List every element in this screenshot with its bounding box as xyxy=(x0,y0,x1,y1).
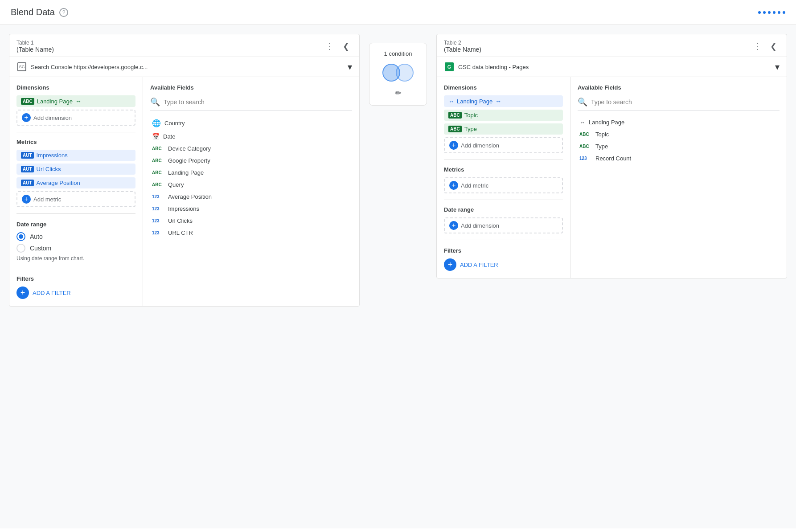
add-metric-label: Add metric xyxy=(33,196,61,203)
table1-datasource-row[interactable]: SC Search Console https://developers.goo… xyxy=(9,57,359,77)
table1-search-input[interactable] xyxy=(164,98,352,106)
table1-metric-impressions[interactable]: AUT Impressions xyxy=(16,150,135,161)
radio-auto[interactable]: Auto xyxy=(16,232,135,241)
add-filter-label: ADD A FILTER xyxy=(33,290,71,296)
field-record-count-t2[interactable]: 123 Record Count xyxy=(578,152,780,164)
dimension-label: Landing Page xyxy=(37,98,73,105)
num-type: 123 xyxy=(152,230,164,235)
aut-tag: AUT xyxy=(21,166,34,172)
table2-add-metric-button[interactable]: + Add metric xyxy=(444,177,563,193)
table2-dimension-topic[interactable]: ABC Topic xyxy=(444,110,563,121)
field-device-category[interactable]: ABC Device Category xyxy=(150,143,352,155)
join-panel: 1 condition ✏ xyxy=(367,34,429,106)
dot-4 xyxy=(773,11,775,14)
table2-add-filter-button[interactable]: + ADD A FILTER xyxy=(444,258,563,271)
num-type: 123 xyxy=(152,206,164,211)
dot-6 xyxy=(783,11,785,14)
table1-add-dimension-button[interactable]: + Add dimension xyxy=(16,110,135,126)
table1-dimension-landing-page[interactable]: ABC Landing Page ↔ xyxy=(16,95,135,107)
table2-filters: Filters + ADD A FILTER xyxy=(444,247,563,271)
field-query[interactable]: ABC Query xyxy=(150,179,352,191)
table1-add-metric-button[interactable]: + Add metric xyxy=(16,191,135,207)
radio-custom[interactable]: Custom xyxy=(16,244,135,253)
table1-metric-urlclicks[interactable]: AUT Url Clicks xyxy=(16,164,135,175)
abc-type: ABC xyxy=(152,146,164,151)
table2-actions: ⋮ ❮ xyxy=(751,40,780,53)
radio-outer-auto xyxy=(16,232,25,241)
field-label: Query xyxy=(168,181,184,188)
table2-filters-title: Filters xyxy=(444,247,563,254)
dot-5 xyxy=(778,11,780,14)
table2-datasource-icon: G xyxy=(444,61,455,72)
field-google-property[interactable]: ABC Google Property xyxy=(150,155,352,167)
table1-add-filter-button[interactable]: + ADD A FILTER xyxy=(16,286,135,299)
field-type-t2[interactable]: ABC Type xyxy=(578,140,780,152)
app-title: Blend Data xyxy=(11,7,55,17)
add-filter-dim-icon: + xyxy=(449,221,458,230)
table1-dimensions-title: Dimensions xyxy=(16,84,135,91)
table2-dropdown-arrow[interactable]: ▾ xyxy=(775,61,780,72)
filter-plus-icon: + xyxy=(444,258,456,271)
add-filter-label: ADD A FILTER xyxy=(460,262,498,268)
aut-tag: AUT xyxy=(21,180,34,186)
table1-left: Dimensions ABC Landing Page ↔ + Add dime… xyxy=(9,77,143,306)
table2-search-input[interactable] xyxy=(591,98,780,106)
field-avg-position[interactable]: 123 Average Position xyxy=(150,191,352,203)
table2-add-filter-dim-button[interactable]: + Add dimension xyxy=(444,217,563,233)
table2-dimension-landing-page[interactable]: ↔ Landing Page ↔ xyxy=(444,95,563,107)
field-label: Country xyxy=(164,120,185,127)
field-landing-page-t2[interactable]: ↔ Landing Page xyxy=(578,116,780,128)
link-icon: ↔ xyxy=(448,98,454,105)
help-icon[interactable]: ? xyxy=(59,8,68,17)
field-impressions[interactable]: 123 Impressions xyxy=(150,203,352,215)
num-type: 123 xyxy=(579,156,592,161)
table1-datasource-icon: SC xyxy=(16,61,27,72)
table1-date-range: Date range Auto Custom Usi xyxy=(16,221,135,262)
radio-group: Auto Custom xyxy=(16,232,135,253)
table2-add-dimension-button[interactable]: + Add dimension xyxy=(444,137,563,153)
sep5 xyxy=(444,200,563,200)
filter-plus-icon: + xyxy=(16,286,29,299)
radio-inner-auto xyxy=(19,234,23,239)
abc-tag: ABC xyxy=(448,126,462,132)
main-content: Table 1 (Table Name) ⋮ ❮ SC Search Conso… xyxy=(0,25,796,528)
table2-collapse-button[interactable]: ❮ xyxy=(767,40,780,53)
field-label: Topic xyxy=(595,131,609,138)
add-metric-icon: + xyxy=(449,181,458,190)
field-url-ctr[interactable]: 123 URL CTR xyxy=(150,227,352,239)
calendar-icon: 📅 xyxy=(152,133,160,140)
num-type: 123 xyxy=(152,218,164,223)
table1-name: (Table Name) xyxy=(16,46,54,53)
sep1 xyxy=(16,132,135,132)
table1-metric-avgpos[interactable]: AUT Average Position xyxy=(16,177,135,188)
table2-more-button[interactable]: ⋮ xyxy=(751,40,763,53)
table2-labels: Table 2 (Table Name) xyxy=(444,40,481,53)
field-label: Google Property xyxy=(168,157,210,164)
edit-icon[interactable]: ✏ xyxy=(395,88,402,98)
field-date[interactable]: 📅 Date xyxy=(150,130,352,143)
dimension-label: Type xyxy=(464,126,477,132)
table2-available-fields-title: Available Fields xyxy=(578,84,780,91)
field-label: Average Position xyxy=(168,193,212,200)
table1-more-button[interactable]: ⋮ xyxy=(324,40,336,53)
abc-type: ABC xyxy=(152,158,164,163)
table2-dimensions-title: Dimensions xyxy=(444,84,563,91)
table2-metrics-title: Metrics xyxy=(444,166,563,173)
add-dimension-label: Add dimension xyxy=(461,142,499,149)
table1-labels: Table 1 (Table Name) xyxy=(16,40,54,53)
globe-icon: 🌐 xyxy=(152,119,161,127)
field-label: Device Category xyxy=(168,145,211,152)
table1-dropdown-arrow[interactable]: ▾ xyxy=(348,61,352,72)
table1-collapse-button[interactable]: ❮ xyxy=(340,40,352,53)
field-country[interactable]: 🌐 Country xyxy=(150,116,352,130)
date-hint: Using date range from chart. xyxy=(16,255,135,262)
field-url-clicks[interactable]: 123 Url Clicks xyxy=(150,215,352,227)
field-topic-t2[interactable]: ABC Topic xyxy=(578,128,780,140)
table1-datasource-name: Search Console https://developers.google… xyxy=(31,64,344,70)
field-label: Date xyxy=(163,133,175,140)
table2-dimension-type[interactable]: ABC Type xyxy=(444,123,563,135)
field-landing-page[interactable]: ABC Landing Page xyxy=(150,167,352,179)
table1-label: Table 1 xyxy=(16,40,54,46)
sep4 xyxy=(444,160,563,160)
table2-datasource-row[interactable]: G GSC data blending - Pages ▾ xyxy=(437,57,787,77)
